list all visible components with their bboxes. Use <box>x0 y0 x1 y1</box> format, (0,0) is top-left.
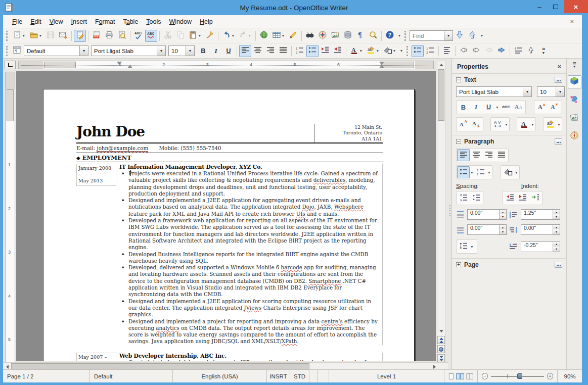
job-dates[interactable]: May 2007 –August 2007 <box>76 353 116 361</box>
copy-button[interactable] <box>174 30 187 42</box>
styles-formatting-button[interactable]: ¶ <box>11 45 23 57</box>
chevron-down-icon[interactable]: ▾ <box>556 87 564 97</box>
insert-unnumbered-entry-button[interactable]: I <box>512 45 524 57</box>
find-replace-button[interactable] <box>304 30 316 42</box>
chevron-down-icon[interactable]: ▾ <box>157 46 165 56</box>
resume-bullet[interactable]: ▪Developed a framework web application f… <box>119 217 379 251</box>
close-sidebar-icon[interactable]: × <box>557 63 561 70</box>
spin-down-icon[interactable]: ▼ <box>499 214 506 219</box>
previous-page-button[interactable] <box>437 336 445 344</box>
chevron-down-icon[interactable]: ▾ <box>444 31 453 40</box>
increase-font-size-button[interactable]: A <box>535 101 548 113</box>
zoom-slider[interactable] <box>491 376 544 377</box>
character-dialog-button[interactable]: AA <box>512 101 525 113</box>
text-dialog-launcher[interactable] <box>555 77 562 83</box>
bullets-button[interactable] <box>457 166 470 178</box>
resume-address[interactable]: 12 Main St.Toronto, OntarioA1A 1A1 <box>314 124 383 142</box>
sidebar-font-name-combo[interactable]: Port Lligat Slab ▾ <box>456 86 532 97</box>
background-color-button[interactable] <box>502 166 514 178</box>
horizontal-scrollbar[interactable] <box>3 362 448 370</box>
spin-down-icon[interactable]: ▼ <box>499 229 506 234</box>
increase-indent-button[interactable] <box>504 192 516 204</box>
auto-spellcheck-button[interactable]: ABC <box>145 30 157 42</box>
line-spacing-button[interactable] <box>457 240 470 253</box>
dropdown-arrow-icon[interactable]: ▾ <box>495 105 500 110</box>
font-size-combo[interactable]: 10 ▾ <box>168 45 195 56</box>
resume-bullet[interactable]: ▪Developed, delivered and supported a Wi… <box>119 264 379 298</box>
page-style-status[interactable]: Default <box>90 370 173 382</box>
zoom-percent-status[interactable]: 90% <box>558 370 582 382</box>
new-document-button[interactable]: ▾ <box>11 30 27 42</box>
table-button[interactable]: ▾ <box>270 30 287 42</box>
menu-format[interactable]: Format <box>91 17 119 27</box>
decrease-font-size-button[interactable]: A <box>548 101 560 113</box>
bold-button[interactable]: B <box>457 101 470 113</box>
sidebar-menu-button[interactable]: ≡▾ <box>572 62 576 68</box>
resume-bullet[interactable]: ▪Designed and implemented a J2EE applica… <box>119 197 379 217</box>
toolbar-overflow-button[interactable]: ▾ <box>398 45 404 57</box>
subscript-button[interactable]: AA <box>470 118 482 130</box>
move-up-button[interactable] <box>525 45 537 57</box>
left-indent-marker[interactable] <box>127 65 132 68</box>
insert-mode-status[interactable]: INSRT <box>267 370 290 382</box>
resume-name[interactable]: John Doe <box>76 124 145 142</box>
dropdown-arrow-icon[interactable]: ▾ <box>248 33 252 38</box>
cut-button[interactable] <box>162 30 174 42</box>
dropdown-arrow-icon[interactable]: ▾ <box>487 170 491 175</box>
page-dialog-launcher[interactable] <box>555 262 562 268</box>
after-text-indent-field[interactable]: 0.00" ▲▼ <box>521 224 560 235</box>
sidebar-tab-navigator[interactable]: N <box>568 130 581 143</box>
dropdown-arrow-icon[interactable]: ▾ <box>359 49 364 53</box>
dropdown-arrow-icon[interactable]: ▾ <box>231 33 236 38</box>
scroll-down-button[interactable] <box>437 327 445 335</box>
sidebar-tab-styles[interactable]: ✱✱ <box>568 93 581 107</box>
resume-bullet[interactable]: ▪Designed and implemented a project for … <box>119 318 379 345</box>
vertical-ruler[interactable]: 12345 <box>5 72 15 369</box>
resume-bullet[interactable]: ▪Projects were executed in a Rational Un… <box>119 170 379 197</box>
document-modified-status[interactable] <box>309 370 318 382</box>
maximize-button[interactable] <box>548 0 564 13</box>
spin-down-icon[interactable]: ▼ <box>553 229 560 234</box>
switch-indent-button[interactable] <box>529 192 541 204</box>
promote-button[interactable] <box>458 45 470 57</box>
navigator-button[interactable] <box>316 30 329 42</box>
increase-indent-button[interactable] <box>332 45 344 57</box>
paragraph-dialog-launcher[interactable] <box>555 138 562 145</box>
scroll-up-button[interactable] <box>437 61 445 69</box>
dropdown-arrow-icon[interactable]: ▾ <box>530 122 535 127</box>
expand-icon[interactable]: + <box>456 262 461 267</box>
horizontal-ruler[interactable]: 123456 <box>18 61 434 69</box>
toolbar-overflow-button[interactable]: ▾ <box>396 30 402 42</box>
font-color-button[interactable]: A▾ <box>348 45 365 57</box>
first-line-indent-field[interactable]: -0.25" ▲▼ <box>521 242 560 252</box>
find-combo[interactable]: ▾ <box>410 30 453 41</box>
language-status[interactable]: English (USA) <box>173 370 267 382</box>
menu-tools[interactable]: Tools <box>142 17 165 27</box>
sidebar-tab-gallery[interactable] <box>568 112 581 125</box>
demote-button[interactable] <box>470 45 482 57</box>
save-button[interactable] <box>44 30 57 42</box>
numbering-button[interactable]: 12 <box>294 45 306 57</box>
edit-file-button[interactable] <box>74 30 86 42</box>
signature-status[interactable] <box>318 370 329 382</box>
chevron-down-icon[interactable]: ▾ <box>79 46 88 56</box>
horizontal-scrollbar-thumb[interactable] <box>11 363 309 369</box>
close-button[interactable]: × <box>564 0 588 13</box>
above-paragraph-spacing-field[interactable]: 0.00" ▲▼ <box>467 209 507 220</box>
zoom-in-button[interactable]: + <box>547 373 553 379</box>
page-number-status[interactable]: Page 1 / 2 <box>3 370 90 382</box>
find-next-button[interactable] <box>454 30 466 42</box>
align-justify-button[interactable] <box>277 45 289 57</box>
top-margin-zone[interactable] <box>7 89 14 121</box>
sidebar-tab-properties[interactable] <box>568 75 581 88</box>
no-list-button[interactable] <box>441 45 453 57</box>
page-preview-button[interactable] <box>116 30 128 42</box>
resume-bullet[interactable]: ▪Created, tested and debugged changes to… <box>119 359 379 361</box>
highlighting-button[interactable]: ab▾ <box>365 45 381 57</box>
spin-down-icon[interactable]: ▼ <box>553 214 560 219</box>
menu-file[interactable]: File <box>8 17 26 27</box>
align-left-button[interactable] <box>457 149 470 161</box>
paragraph-style-combo[interactable]: Default ▾ <box>24 45 88 56</box>
dropdown-arrow-icon[interactable]: ▾ <box>557 122 561 127</box>
below-paragraph-spacing-field[interactable]: 0.00" ▲▼ <box>467 224 507 235</box>
